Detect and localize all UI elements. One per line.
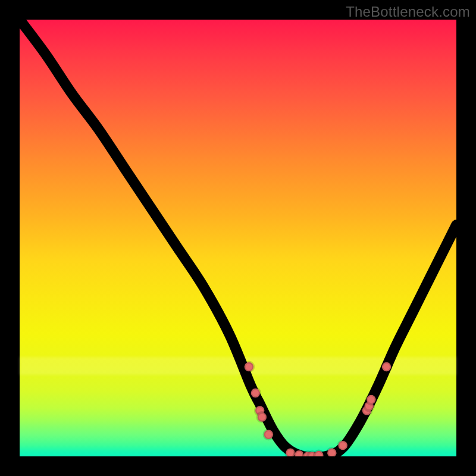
data-marker (264, 430, 273, 439)
plot-area (20, 20, 456, 456)
watermark-text: TheBottleneck.com (346, 4, 470, 20)
data-marker (382, 362, 391, 371)
data-marker (338, 441, 347, 450)
data-marker (314, 451, 323, 456)
data-marker (258, 412, 267, 421)
data-marker (327, 448, 336, 456)
data-marker (245, 362, 253, 371)
chart-container: TheBottleneck.com (0, 0, 476, 476)
bottleneck-curve (20, 20, 456, 456)
data-marker (251, 389, 260, 397)
data-marker (367, 395, 375, 404)
curve-svg (20, 20, 456, 456)
